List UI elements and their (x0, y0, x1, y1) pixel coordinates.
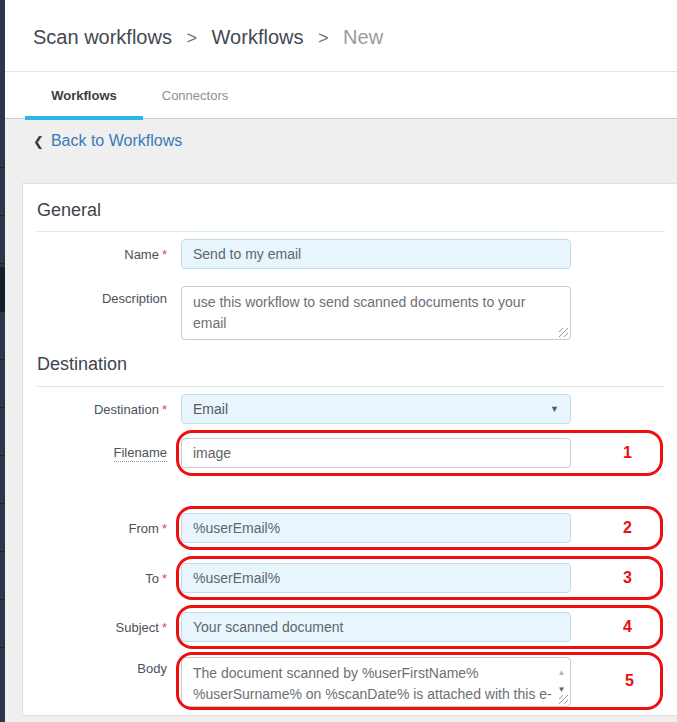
filename-label: Filename (23, 438, 167, 468)
resize-grip-icon[interactable] (559, 328, 568, 337)
name-input[interactable] (181, 239, 571, 269)
required-asterisk: * (162, 521, 167, 536)
destination-section-rule (37, 386, 665, 387)
destination-section-title: Destination (37, 354, 127, 375)
sidebar-edge-segments (0, 120, 5, 648)
tab-connectors-label: Connectors (162, 88, 228, 103)
tab-workflows[interactable]: Workflows (25, 72, 143, 119)
general-section-rule (37, 231, 665, 232)
required-asterisk: * (162, 620, 167, 635)
filename-label-text: Filename (114, 445, 167, 462)
destination-select[interactable]: Email ▼ (181, 394, 571, 424)
destination-label: Destination * (23, 394, 167, 424)
required-asterisk: * (162, 402, 167, 417)
breadcrumb-new: New (343, 26, 383, 48)
description-text: use this workflow to send scanned docume… (193, 292, 538, 334)
breadcrumb-separator-icon: > (187, 28, 198, 48)
page-header: Scan workflows > Workflows > New (5, 0, 677, 72)
annotation-number: 3 (623, 569, 632, 587)
description-label: Description (23, 286, 167, 316)
breadcrumb: Scan workflows > Workflows > New (33, 26, 383, 49)
required-asterisk: * (162, 247, 167, 262)
breadcrumb-scan-workflows[interactable]: Scan workflows (33, 26, 172, 48)
annotation-callout-5: 5 (176, 652, 663, 710)
active-tab-underline (25, 116, 143, 120)
from-label-text: From (129, 521, 159, 536)
tab-workflows-label: Workflows (51, 88, 117, 103)
annotation-number: 5 (625, 672, 634, 690)
body-label: Body (23, 657, 167, 687)
annotation-callout-1: 1 (176, 430, 663, 476)
annotation-number: 2 (623, 519, 632, 537)
annotation-callout-4: 4 (176, 605, 663, 649)
subject-label: Subject * (23, 612, 167, 642)
to-label-text: To (145, 571, 159, 586)
tab-connectors[interactable]: Connectors (143, 72, 247, 119)
from-label: From * (23, 513, 167, 543)
description-label-text: Description (102, 291, 167, 306)
destination-label-text: Destination (94, 402, 159, 417)
subject-label-text: Subject (116, 620, 159, 635)
annotation-number: 1 (623, 444, 632, 462)
required-asterisk: * (162, 571, 167, 586)
scan-workflows-page: Scan workflows > Workflows > New Workflo… (0, 0, 677, 722)
destination-select-value: Email (193, 401, 228, 417)
back-to-workflows-link[interactable]: ❮ Back to Workflows (33, 132, 182, 150)
select-arrow-icon: ▼ (550, 404, 559, 414)
back-link-label: Back to Workflows (51, 132, 182, 150)
annotation-callout-3: 3 (176, 556, 663, 600)
name-label: Name * (23, 239, 167, 269)
back-chevron-icon: ❮ (33, 134, 44, 149)
description-textarea[interactable]: use this workflow to send scanned docume… (181, 286, 571, 340)
to-label: To * (23, 563, 167, 593)
workflow-form-card: General Name * Description use this work… (22, 183, 677, 716)
breadcrumb-workflows[interactable]: Workflows (212, 26, 304, 48)
general-section-title: General (37, 200, 101, 221)
annotation-callout-2: 2 (176, 506, 663, 550)
sidebar-edge (0, 0, 5, 722)
tab-bar: Workflows Connectors (5, 72, 677, 119)
annotation-number: 4 (623, 618, 632, 636)
body-label-text: Body (137, 661, 167, 676)
name-label-text: Name (124, 247, 159, 262)
sidebar-edge-active-segment (0, 267, 5, 311)
breadcrumb-separator-icon: > (318, 28, 329, 48)
